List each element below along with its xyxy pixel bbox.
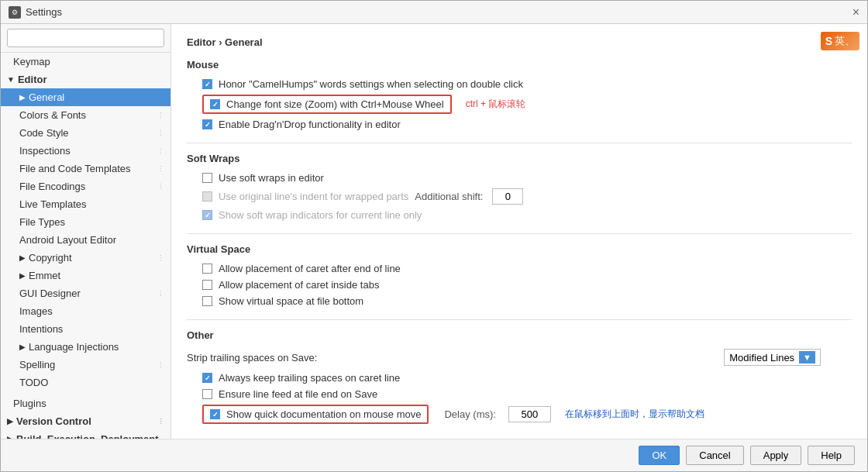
show-quick-doc-highlight-box: Show quick documentation on mouse move: [202, 405, 429, 424]
nav-tree: Keymap ▼ Editor ▶ General Colors & Fonts…: [1, 53, 170, 439]
sidebar-item-plugins[interactable]: Plugins: [1, 394, 170, 412]
settings-icon: ⚙: [9, 6, 21, 19]
sidebar-item-version-control[interactable]: ▶ Version Control ⋮: [1, 412, 170, 430]
sidebar-item-inspections[interactable]: Inspections ⋮: [1, 142, 170, 160]
additional-shift-input[interactable]: [492, 188, 523, 205]
allow-caret-after-end-row: Allow placement of caret after end of li…: [187, 263, 852, 274]
soft-wraps-section: Soft Wraps Use soft wraps in editor Use …: [187, 153, 852, 221]
drag-drop-checkbox[interactable]: [202, 119, 212, 129]
use-original-indent-row: Use original line's indent for wrapped p…: [187, 188, 852, 205]
sidebar-item-images[interactable]: Images: [1, 302, 170, 320]
sidebar-item-spelling[interactable]: Spelling ⋮: [1, 356, 170, 374]
sidebar-item-file-code-templates[interactable]: File and Code Templates ⋮: [1, 160, 170, 177]
drag-drop-row: Enable Drag'n'Drop functionality in edit…: [187, 119, 852, 130]
show-virtual-space-bottom-checkbox[interactable]: [202, 296, 212, 306]
additional-shift-label: Additional shift:: [415, 191, 483, 202]
show-wrap-indicators-label: Show soft wrap indicators for current li…: [219, 209, 422, 221]
version-control-label: Version Control: [16, 415, 91, 427]
main-content: S 英、 Editor › General Mouse Honor "Camel…: [171, 24, 867, 439]
copyright-label: Copyright: [29, 252, 72, 264]
file-code-templates-label: File and Code Templates: [19, 163, 131, 174]
sidebar-item-emmet[interactable]: ▶ Emmet: [1, 267, 170, 284]
expand-icon-vc: ▶: [7, 417, 13, 425]
use-original-indent-label: Use original line's indent for wrapped p…: [219, 191, 408, 202]
sidebar-item-file-types[interactable]: File Types: [1, 213, 170, 231]
sidebar-item-keymap[interactable]: Keymap: [1, 53, 170, 71]
scroll-icon-file-encodings: ⋮: [157, 183, 164, 191]
sidebar-item-general[interactable]: ▶ General: [1, 88, 170, 106]
allow-caret-inside-tabs-label: Allow placement of caret inside tabs: [219, 279, 379, 291]
allow-caret-inside-tabs-checkbox[interactable]: [202, 280, 212, 290]
show-wrap-indicators-checkbox[interactable]: [202, 210, 212, 220]
strip-trailing-dropdown-arrow: ▼: [799, 351, 815, 363]
virtual-space-section: Virtual Space Allow placement of caret a…: [187, 243, 852, 307]
close-button[interactable]: ×: [852, 5, 859, 19]
sidebar-item-editor[interactable]: ▼ Editor: [1, 71, 170, 88]
soft-wraps-section-title: Soft Wraps: [187, 153, 852, 164]
sidebar: Keymap ▼ Editor ▶ General Colors & Fonts…: [1, 24, 171, 439]
editor-label: Editor: [18, 74, 47, 85]
sidebar-item-file-encodings[interactable]: File Encodings ⋮: [1, 177, 170, 195]
sidebar-item-copyright[interactable]: ▶ Copyright ⋮: [1, 249, 170, 267]
todo-label: TODO: [19, 377, 48, 388]
sougou-s: S: [825, 35, 832, 47]
sougou-text: 英、: [835, 34, 855, 48]
scroll-icon-colors: ⋮: [157, 112, 164, 119]
use-original-indent-checkbox[interactable]: [202, 191, 212, 202]
sidebar-item-android-layout-editor[interactable]: Android Layout Editor: [1, 231, 170, 249]
camel-humps-checkbox[interactable]: [202, 79, 212, 89]
strip-trailing-row: Strip trailing spaces on Save: Modified …: [187, 349, 852, 366]
use-soft-wraps-label: Use soft wraps in editor: [219, 172, 324, 184]
language-injections-label: Language Injections: [29, 341, 119, 353]
allow-caret-after-end-checkbox[interactable]: [202, 264, 212, 274]
sidebar-item-intentions[interactable]: Intentions: [1, 320, 170, 338]
bottom-bar: OK Cancel Apply Help: [1, 439, 867, 471]
help-button[interactable]: Help: [808, 446, 855, 465]
expand-icon-emmet: ▶: [19, 271, 26, 280]
images-label: Images: [19, 305, 53, 317]
expand-icon-editor: ▼: [7, 75, 15, 84]
settings-window: ⚙ Settings × Keymap ▼ Editor: [0, 0, 868, 472]
mouse-section-title: Mouse: [187, 59, 852, 71]
zoom-annotation: ctrl + 鼠标滚轮: [466, 98, 526, 111]
use-soft-wraps-checkbox[interactable]: [202, 173, 212, 183]
font-size-zoom-checkbox[interactable]: [210, 99, 220, 109]
strip-trailing-value: Modified Lines: [729, 352, 794, 363]
other-section: Other Strip trailing spaces on Save: Mod…: [187, 329, 852, 424]
allow-caret-after-end-label: Allow placement of caret after end of li…: [219, 263, 401, 274]
sidebar-item-colors-fonts[interactable]: Colors & Fonts ⋮: [1, 106, 170, 124]
sidebar-item-live-templates[interactable]: Live Templates: [1, 195, 170, 213]
ok-button[interactable]: OK: [639, 446, 680, 465]
breadcrumb-text: Editor › General: [187, 36, 263, 48]
intentions-label: Intentions: [19, 323, 63, 335]
build-exec-deploy-label: Build, Execution, Deployment: [16, 433, 158, 439]
search-input[interactable]: [7, 29, 164, 47]
mouse-section: Mouse Honor "CamelHumps" words settings …: [187, 59, 852, 130]
delay-input[interactable]: [508, 406, 551, 422]
scroll-icon-copyright: ⋮: [157, 254, 164, 262]
scroll-icon-code-style: ⋮: [157, 129, 164, 137]
sidebar-item-todo[interactable]: TODO: [1, 374, 170, 391]
sougou-badge: S 英、: [821, 32, 859, 50]
show-quick-doc-label: Show quick documentation on mouse move: [226, 408, 421, 420]
show-wrap-indicators-row: Show soft wrap indicators for current li…: [187, 209, 852, 221]
camel-humps-row: Honor "CamelHumps" words settings when s…: [187, 78, 852, 90]
code-style-label: Code Style: [19, 127, 69, 139]
sidebar-item-language-injections[interactable]: ▶ Language Injections: [1, 338, 170, 356]
show-quick-doc-checkbox[interactable]: [210, 409, 220, 419]
always-keep-label: Always keep trailing spaces on caret lin…: [219, 372, 400, 384]
android-layout-editor-label: Android Layout Editor: [19, 234, 116, 246]
cancel-button[interactable]: Cancel: [686, 446, 743, 465]
expand-icon-general: ▶: [19, 93, 26, 102]
always-keep-checkbox[interactable]: [202, 373, 212, 383]
sidebar-item-code-style[interactable]: Code Style ⋮: [1, 124, 170, 142]
scroll-icon-vc: ⋮: [157, 418, 164, 425]
sidebar-item-build-exec-deploy[interactable]: ▶ Build, Execution, Deployment: [1, 430, 170, 439]
file-encodings-label: File Encodings: [19, 181, 85, 192]
ensure-line-feed-checkbox[interactable]: [202, 389, 212, 399]
use-soft-wraps-row: Use soft wraps in editor: [187, 172, 852, 184]
sidebar-item-gui-designer[interactable]: GUI Designer ⋮: [1, 284, 170, 302]
scroll-icon-gui-designer: ⋮: [157, 290, 164, 298]
apply-button[interactable]: Apply: [750, 446, 802, 465]
strip-trailing-dropdown[interactable]: Modified Lines ▼: [724, 349, 821, 366]
